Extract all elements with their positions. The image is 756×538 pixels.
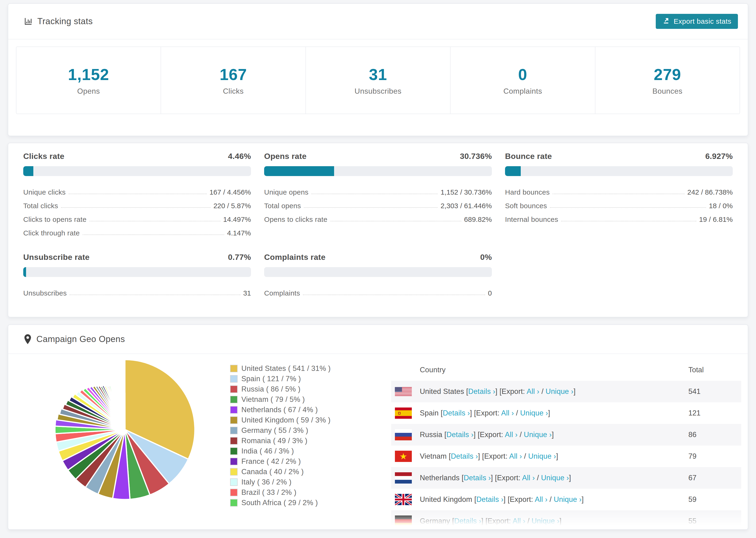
stat-value: 279 <box>654 65 681 83</box>
export-all-link-spain[interactable]: All › <box>501 409 514 417</box>
dotted-leader <box>330 221 461 221</box>
legend-item-romania[interactable]: Romania ( 49 / 3% ) <box>230 436 371 446</box>
legend-swatch <box>230 499 238 507</box>
export-all-link-vietnam[interactable]: All › <box>509 452 522 460</box>
legend-item-brazil[interactable]: Brazil ( 33 / 2% ) <box>230 487 371 498</box>
legend-swatch <box>230 437 238 445</box>
legend-label: Italy ( 36 / 2% ) <box>242 478 292 486</box>
rate-detail-label: Unsubscribes <box>23 289 67 297</box>
geo-country-table: Country Total United States [Details ›] … <box>391 359 741 530</box>
legend-item-netherlands[interactable]: Netherlands ( 67 / 4% ) <box>230 405 371 415</box>
legend-label: Spain ( 121 / 7% ) <box>242 375 301 383</box>
rate-block-complaints-rate: Complaints rate0%Complaints0 <box>264 252 492 297</box>
rate-value: 4.46% <box>228 152 251 161</box>
legend-item-south-africa[interactable]: South Africa ( 29 / 2% ) <box>230 498 371 508</box>
export-icon <box>662 17 670 26</box>
rate-head: Complaints rate0% <box>264 252 492 263</box>
legend-label: Germany ( 55 / 3% ) <box>242 426 308 435</box>
campaign-geo-opens-header: Campaign Geo Opens <box>8 325 748 354</box>
vn-flag-icon <box>395 451 412 462</box>
legend-item-spain[interactable]: Spain ( 121 / 7% ) <box>230 374 371 384</box>
stat-card-opens: 1,152Opens <box>17 47 161 114</box>
rate-detail-label: Internal bounces <box>505 215 558 224</box>
export-all-link-netherlands[interactable]: All › <box>522 474 535 482</box>
legend-item-united-states[interactable]: United States ( 541 / 31% ) <box>230 363 371 374</box>
export-unique-link-russia[interactable]: Unique › <box>524 430 552 439</box>
stat-value: 167 <box>220 65 247 83</box>
geo-total-cell: 541 <box>688 387 741 396</box>
rate-rows: Unique clicks167 / 4.456%Total clicks220… <box>23 183 251 237</box>
campaign-geo-opens-title-text: Campaign Geo Opens <box>36 334 125 344</box>
legend-label: Romania ( 49 / 3% ) <box>242 437 307 445</box>
details-link-netherlands[interactable]: Details › <box>464 474 491 482</box>
legend-item-germany[interactable]: Germany ( 55 / 3% ) <box>230 425 371 436</box>
rate-detail-row: Total opens2,303 / 61.446% <box>264 196 492 210</box>
export-all-link-germany[interactable]: All › <box>513 517 525 525</box>
rate-detail-label: Opens to clicks rate <box>264 215 327 224</box>
legend-item-france[interactable]: France ( 42 / 2% ) <box>230 456 371 467</box>
geo-table-row-united-kingdom: United Kingdom [Details ›] [Export: All … <box>391 489 741 510</box>
geo-country-cell: Russia [Details ›] [Export: All › / Uniq… <box>420 430 688 439</box>
geo-country-cell: Spain [Details ›] [Export: All › / Uniqu… <box>420 409 688 417</box>
geo-country-cell: United Kingdom [Details ›] [Export: All … <box>420 495 688 504</box>
dotted-leader <box>304 207 438 208</box>
details-link-russia[interactable]: Details › <box>447 430 474 439</box>
legend-swatch <box>230 458 238 465</box>
rate-head: Unsubscribe rate0.77% <box>23 252 251 263</box>
legend-item-india[interactable]: India ( 46 / 3% ) <box>230 446 371 456</box>
rate-head: Bounce rate6.927% <box>505 152 733 162</box>
export-basic-stats-button[interactable]: Export basic stats <box>656 14 738 29</box>
legend-swatch <box>230 365 238 372</box>
progress-bar-fill <box>505 166 521 176</box>
rate-detail-value: 1,152 / 30.736% <box>441 188 492 196</box>
export-unique-link-united-kingdom[interactable]: Unique › <box>554 495 582 504</box>
legend-swatch <box>230 427 238 434</box>
legend-label: India ( 46 / 3% ) <box>242 447 294 456</box>
rate-detail-row: Opens to clicks rate689.82% <box>264 210 492 224</box>
geo-total-cell: 79 <box>688 452 741 460</box>
stat-value: 1,152 <box>68 65 109 83</box>
export-all-link-united-states[interactable]: All › <box>527 387 539 396</box>
gb-flag-icon <box>395 494 412 505</box>
rate-title: Complaints rate <box>264 252 325 262</box>
stat-value: 31 <box>369 65 387 83</box>
export-unique-link-spain[interactable]: Unique › <box>520 409 548 417</box>
rate-detail-label: Unique clicks <box>23 188 66 196</box>
export-unique-link-netherlands[interactable]: Unique › <box>541 474 569 482</box>
export-all-link-united-kingdom[interactable]: All › <box>535 495 548 504</box>
details-link-vietnam[interactable]: Details › <box>451 452 478 460</box>
progress-bar-opens-rate <box>264 166 492 176</box>
legend-item-russia[interactable]: Russia ( 86 / 5% ) <box>230 384 371 394</box>
details-link-united-states[interactable]: Details › <box>468 387 495 396</box>
export-unique-link-united-states[interactable]: Unique › <box>546 387 573 396</box>
geo-table-body: United States [Details ›] [Export: All ›… <box>391 381 741 530</box>
bar-chart-icon <box>24 17 33 26</box>
geo-table-row-united-states: United States [Details ›] [Export: All ›… <box>391 381 741 402</box>
export-unique-link-vietnam[interactable]: Unique › <box>528 452 556 460</box>
legend-item-canada[interactable]: Canada ( 40 / 2% ) <box>230 467 371 477</box>
progress-bar-complaints-rate <box>264 267 492 277</box>
geo-table-row-netherlands: Netherlands [Details ›] [Export: All › /… <box>391 467 741 489</box>
legend-item-italy[interactable]: Italy ( 36 / 2% ) <box>230 477 371 487</box>
geo-table-row-spain: Spain [Details ›] [Export: All › / Uniqu… <box>391 402 741 424</box>
progress-bar-bounce-rate <box>505 166 733 176</box>
export-all-link-russia[interactable]: All › <box>505 430 517 439</box>
details-link-germany[interactable]: Details › <box>454 517 482 525</box>
dotted-leader <box>70 295 240 295</box>
rate-block-unsubscribe-rate: Unsubscribe rate0.77%Unsubscribes31 <box>23 252 251 297</box>
rate-detail-row: Clicks to opens rate14.497% <box>23 210 251 224</box>
legend-item-united-kingdom[interactable]: United Kingdom ( 59 / 3% ) <box>230 415 371 425</box>
legend-swatch <box>230 385 238 393</box>
details-link-united-kingdom[interactable]: Details › <box>476 495 504 504</box>
dotted-leader <box>311 194 438 194</box>
legend-swatch <box>230 489 238 496</box>
rate-rows: Complaints0 <box>264 284 492 297</box>
legend-item-vietnam[interactable]: Vietnam ( 79 / 5% ) <box>230 394 371 405</box>
details-link-spain[interactable]: Details › <box>443 409 470 417</box>
rate-title: Unsubscribe rate <box>23 252 90 262</box>
legend-swatch <box>230 375 238 383</box>
legend-label: Canada ( 40 / 2% ) <box>242 467 304 476</box>
stat-card-bounces: 279Bounces <box>595 47 739 114</box>
dotted-leader <box>82 235 225 235</box>
export-unique-link-germany[interactable]: Unique › <box>531 517 560 525</box>
